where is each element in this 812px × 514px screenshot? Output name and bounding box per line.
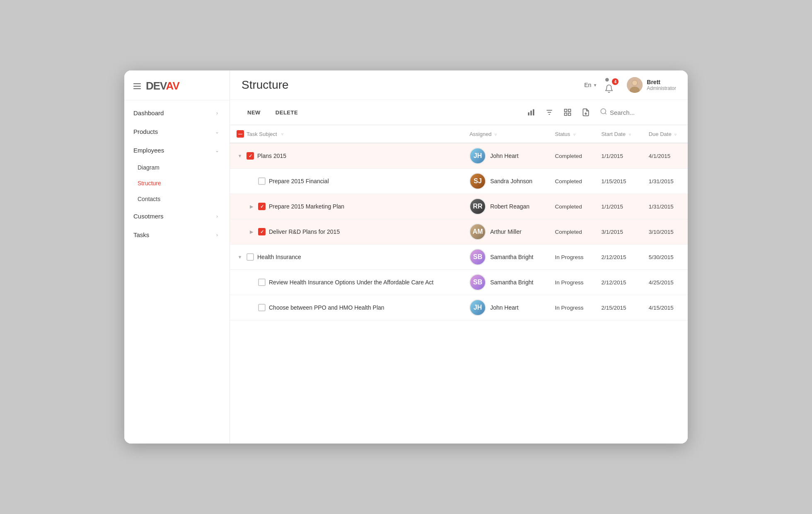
chart-icon-button[interactable] <box>524 105 539 120</box>
filter-icon-button[interactable] <box>542 105 557 120</box>
user-name-block: Brett Administrator <box>647 79 676 91</box>
hamburger-icon[interactable] <box>133 83 141 89</box>
data-table: Task Subject ▿ Assigned ▿ Status ▿ <box>230 125 688 320</box>
row-checkbox[interactable] <box>258 203 266 210</box>
language-selector[interactable]: En ▼ <box>584 82 597 88</box>
row-checkbox[interactable] <box>247 253 254 261</box>
sidebar-item-label: Employees <box>133 147 164 154</box>
svg-line-16 <box>605 113 606 114</box>
sidebar-item-label: Tasks <box>133 231 149 238</box>
table-header-row: Task Subject ▿ Assigned ▿ Status ▿ <box>230 125 688 143</box>
user-role: Administrator <box>647 85 676 91</box>
assigned-cell: JH John Heart <box>463 295 548 320</box>
th-assigned: Assigned ▿ <box>463 125 548 143</box>
svg-rect-13 <box>568 113 571 116</box>
task-subject-cell: ▶Prepare 2015 Marketing Plan <box>230 194 463 219</box>
search-input[interactable] <box>610 109 676 116</box>
row-checkbox[interactable] <box>247 152 254 160</box>
table-row: ▶Prepare 2015 Marketing Plan RR Robert R… <box>230 194 688 219</box>
assigned-name: Samantha Bright <box>490 254 533 260</box>
start-date-cell: 1/1/2015 <box>594 194 642 219</box>
search-container <box>600 108 676 117</box>
sort-icon: ▿ <box>629 132 631 137</box>
toolbar: NEW DELETE <box>230 100 688 125</box>
chevron-down-icon: ⌄ <box>214 147 220 154</box>
svg-rect-6 <box>533 109 534 116</box>
due-date: 3/10/2015 <box>649 229 674 235</box>
task-name: Deliver R&D Plans for 2015 <box>269 228 340 235</box>
row-checkbox[interactable] <box>258 304 266 311</box>
start-date: 1/15/2015 <box>601 178 626 184</box>
row-checkbox[interactable] <box>258 279 266 286</box>
sort-icon: ▿ <box>495 132 497 137</box>
start-date: 2/15/2015 <box>601 305 626 311</box>
sidebar-item-products[interactable]: Products ⌄ <box>124 122 230 141</box>
status-badge: Completed <box>555 153 582 159</box>
export-icon-button[interactable] <box>578 105 593 120</box>
assigned-name: John Heart <box>490 304 518 311</box>
sidebar-item-employees[interactable]: Employees ⌄ <box>124 141 230 160</box>
status-cell: Completed <box>549 219 595 245</box>
top-header: Structure En ▼ ● 4 <box>230 70 688 100</box>
row-checkbox[interactable] <box>258 177 266 185</box>
new-button[interactable]: NEW <box>242 107 266 119</box>
sidebar-item-tasks[interactable]: Tasks › <box>124 225 230 244</box>
due-date-cell: 3/10/2015 <box>642 219 688 245</box>
status-badge: In Progress <box>555 254 584 260</box>
task-name: Prepare 2015 Marketing Plan <box>269 203 344 210</box>
due-date-cell: 4/15/2015 <box>642 295 688 320</box>
sidebar-item-contacts[interactable]: Contacts <box>124 191 230 207</box>
due-date-cell: 5/30/2015 <box>642 245 688 270</box>
sidebar-item-customers[interactable]: Cusotmers › <box>124 207 230 225</box>
svg-point-3 <box>632 80 637 85</box>
svg-rect-5 <box>530 111 532 116</box>
select-all-checkbox[interactable] <box>237 130 244 138</box>
start-date-cell: 2/12/2015 <box>594 245 642 270</box>
user-info[interactable]: Brett Administrator <box>627 77 676 93</box>
task-subject-cell: Prepare 2015 Financial <box>230 169 463 194</box>
page-title: Structure <box>242 78 289 92</box>
start-date-cell: 2/15/2015 <box>594 295 642 320</box>
main-content: Structure En ▼ ● 4 <box>230 70 688 444</box>
assigned-cell: SJ Sandra Johnson <box>463 169 548 194</box>
row-checkbox[interactable] <box>258 228 266 235</box>
notification-button[interactable]: ● 4 <box>604 78 619 92</box>
th-due-date: Due Date ▿ <box>642 125 688 143</box>
expand-button[interactable]: ▶ <box>248 203 255 210</box>
sidebar-item-label: Products <box>133 128 158 135</box>
person-avatar: JH <box>469 299 486 316</box>
start-date-cell: 1/15/2015 <box>594 169 642 194</box>
person-avatar: SJ <box>469 173 486 189</box>
chevron-down-icon: ⌄ <box>214 128 220 135</box>
task-name: Review Health Insurance Options Under th… <box>269 279 433 286</box>
logo: DEVAV <box>146 80 179 92</box>
status-cell: Completed <box>549 194 595 219</box>
sidebar-item-label: Cusotmers <box>133 213 164 220</box>
sidebar-item-dashboard[interactable]: Dashboard › <box>124 104 230 122</box>
svg-rect-12 <box>565 113 567 116</box>
status-cell: Completed <box>549 169 595 194</box>
assigned-name: Arthur Miller <box>490 228 521 235</box>
chevron-right-icon: › <box>214 110 220 116</box>
due-date-cell: 4/1/2015 <box>642 143 688 169</box>
sort-icon: ▿ <box>573 132 575 137</box>
sidebar-item-diagram[interactable]: Diagram <box>124 160 230 175</box>
delete-button[interactable]: DELETE <box>270 107 304 119</box>
due-date: 4/1/2015 <box>649 153 671 159</box>
expand-button[interactable]: ▶ <box>248 228 255 235</box>
assigned-cell: SB Samantha Bright <box>463 245 548 270</box>
start-date-cell: 2/12/2015 <box>594 270 642 295</box>
status-badge: Completed <box>555 178 582 184</box>
expand-button[interactable]: ▼ <box>237 153 243 159</box>
expand-button[interactable]: ▼ <box>237 254 243 260</box>
status-cell: In Progress <box>549 270 595 295</box>
chevron-down-icon: ▼ <box>593 83 597 87</box>
sidebar-item-structure[interactable]: Structure <box>124 175 230 191</box>
due-date: 4/25/2015 <box>649 279 674 286</box>
start-date: 2/12/2015 <box>601 254 626 260</box>
sidebar: DEVAV Dashboard › Products ⌄ Employees ⌄ <box>124 70 230 444</box>
grid-icon-button[interactable] <box>560 105 575 120</box>
sort-icon: ▿ <box>674 132 677 137</box>
start-date: 3/1/2015 <box>601 229 623 235</box>
status-badge: Completed <box>555 229 582 235</box>
